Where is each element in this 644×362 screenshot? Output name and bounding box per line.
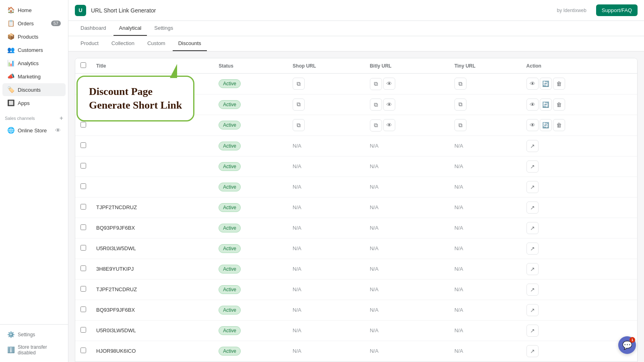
view-btn-1[interactable]: 👁 xyxy=(526,99,539,111)
sidebar-item-products[interactable]: 📦 Products xyxy=(2,30,66,43)
shop-url-na-10: N/A xyxy=(293,286,301,292)
select-all-checkbox[interactable] xyxy=(80,62,86,68)
sidebar-nav: 🏠 Home 📋 Orders 57 📦 Products 👥 Customer… xyxy=(0,0,68,324)
action-cell-8: ↗ xyxy=(522,238,637,259)
action-cell-6: ↗ xyxy=(522,197,637,218)
status-badge-13: Active xyxy=(219,347,241,356)
tiny-url-cell-6: N/A xyxy=(450,197,522,218)
sidebar-item-orders[interactable]: 📋 Orders 57 xyxy=(2,17,66,30)
table-row: BQ93PF9JF6BX Active N/A N/A N/A ↗ xyxy=(75,300,637,320)
sidebar-item-home[interactable]: 🏠 Home xyxy=(2,4,66,16)
row-checkbox-3[interactable] xyxy=(80,142,86,148)
row-checkbox-8[interactable] xyxy=(80,245,86,251)
content-tab-custom[interactable]: Custom xyxy=(142,36,171,51)
analytics-icon: 📊 xyxy=(7,60,14,67)
content-tab-collection[interactable]: Collection xyxy=(106,36,140,51)
status-badge-12: Active xyxy=(219,326,241,335)
bitly-url-na-13: N/A xyxy=(370,348,379,354)
row-checkbox-1[interactable] xyxy=(80,101,86,107)
external-btn-6[interactable]: ↗ xyxy=(526,202,539,214)
row-checkbox-6[interactable] xyxy=(80,204,86,210)
nav-tab-dashboard[interactable]: Dashboard xyxy=(75,21,112,36)
sidebar-bottom-store-transfer[interactable]: ℹ️ Store transfer disabled xyxy=(2,341,66,358)
refresh-btn-2[interactable]: 🔄 xyxy=(540,119,552,131)
external-btn-7[interactable]: ↗ xyxy=(526,222,539,234)
row-checkbox-12[interactable] xyxy=(80,327,86,333)
tiny-url-na-10: N/A xyxy=(454,286,463,292)
action-cell-7: ↗ xyxy=(522,218,637,238)
row-checkbox-0[interactable] xyxy=(80,80,86,86)
content-tab-product[interactable]: Product xyxy=(75,36,104,51)
row-checkbox-13[interactable] xyxy=(80,348,86,353)
refresh-btn-0[interactable]: 🔄 xyxy=(540,78,552,90)
external-btn-12[interactable]: ↗ xyxy=(526,325,539,337)
tiny-url-na-13: N/A xyxy=(454,348,463,354)
add-sales-channel-icon[interactable]: + xyxy=(60,115,63,122)
row-checkbox-4[interactable] xyxy=(80,163,86,169)
copy-shop-btn-2[interactable]: ⧉ xyxy=(293,119,305,131)
nav-tab-analytical[interactable]: Analytical xyxy=(114,21,147,36)
row-title-4 xyxy=(91,156,214,177)
sidebar-item-analytics[interactable]: 📊 Analytics xyxy=(2,57,66,70)
sidebar-bottom-settings[interactable]: ⚙️ Settings xyxy=(2,328,66,341)
copy-bitly-btn-1[interactable]: ⧉ xyxy=(370,99,382,111)
action-cell-5: ↗ xyxy=(522,177,637,197)
bitly-url-cell-11: N/A xyxy=(365,300,450,320)
row-checkbox-11[interactable] xyxy=(80,306,86,312)
external-btn-10[interactable]: ↗ xyxy=(526,284,539,296)
status-badge-2: Active xyxy=(219,121,241,130)
view-bitly-btn-1[interactable]: 👁 xyxy=(383,99,395,111)
sidebar-channel-online-store[interactable]: 🌐 Online Store 👁 xyxy=(2,124,66,137)
copy-bitly-btn-2[interactable]: ⧉ xyxy=(370,119,382,132)
tiny-url-cell-1: ⧉ xyxy=(450,94,522,115)
delete-btn-0[interactable]: 🗑 xyxy=(553,78,565,90)
row-checkbox-2[interactable] xyxy=(80,122,86,128)
view-bitly-btn-2[interactable]: 👁 xyxy=(383,119,395,131)
nav-tab-settings[interactable]: Settings xyxy=(149,21,179,36)
tiny-url-na-9: N/A xyxy=(454,266,463,272)
view-btn-0[interactable]: 👁 xyxy=(526,78,539,90)
external-btn-11[interactable]: ↗ xyxy=(526,304,539,316)
bitly-url-cell-13: N/A xyxy=(365,341,450,361)
sidebar-item-marketing[interactable]: 📣 Marketing xyxy=(2,70,66,83)
shop-url-na-7: N/A xyxy=(293,225,301,231)
chat-button[interactable]: 💬 1 xyxy=(618,336,636,354)
copy-tiny-btn-1[interactable]: ⧉ xyxy=(454,99,466,111)
external-btn-13[interactable]: ↗ xyxy=(526,345,539,357)
sidebar-item-discounts[interactable]: 🏷️ Discounts xyxy=(2,83,66,96)
copy-tiny-btn-0[interactable]: ⧉ xyxy=(454,78,466,90)
chat-notification-badge: 1 xyxy=(630,337,635,343)
copy-shop-btn-0[interactable]: ⧉ xyxy=(293,78,305,90)
bottom-label-store-transfer: Store transfer disabled xyxy=(18,344,61,356)
bitly-url-cell-4: N/A xyxy=(365,156,450,177)
copy-tiny-btn-2[interactable]: ⧉ xyxy=(454,119,466,131)
copy-shop-btn-1[interactable]: ⧉ xyxy=(293,99,305,111)
row-checkbox-5[interactable] xyxy=(80,183,86,189)
sidebar-label-marketing: Marketing xyxy=(18,74,41,80)
row-checkbox-9[interactable] xyxy=(80,265,86,271)
home-icon: 🏠 xyxy=(7,6,14,14)
content-tab-discounts[interactable]: Discounts xyxy=(173,36,207,51)
row-checkbox-7[interactable] xyxy=(80,224,86,230)
external-btn-3[interactable]: ↗ xyxy=(526,140,539,152)
support-faq-button[interactable]: Support/FAQ xyxy=(596,4,638,16)
row-checkbox-10[interactable] xyxy=(80,286,86,292)
copy-bitly-btn-0[interactable]: ⧉ xyxy=(370,78,382,90)
status-badge-6: Active xyxy=(219,203,241,212)
settings-bottom-icon: ⚙️ xyxy=(7,331,14,338)
external-btn-4[interactable]: ↗ xyxy=(526,160,539,173)
view-btn-2[interactable]: 👁 xyxy=(526,119,539,131)
external-btn-9[interactable]: ↗ xyxy=(526,263,539,275)
external-btn-5[interactable]: ↗ xyxy=(526,181,539,193)
external-btn-8[interactable]: ↗ xyxy=(526,243,539,255)
refresh-btn-1[interactable]: 🔄 xyxy=(540,99,552,111)
shop-url-cell-10: N/A xyxy=(288,279,365,300)
delete-btn-2[interactable]: 🗑 xyxy=(553,119,565,131)
bitly-url-cell-8: N/A xyxy=(365,238,450,259)
view-bitly-btn-0[interactable]: 👁 xyxy=(383,78,395,90)
sidebar-item-apps[interactable]: 🔲 Apps xyxy=(2,97,66,109)
delete-btn-1[interactable]: 🗑 xyxy=(553,99,565,111)
store-transfer-bottom-icon: ℹ️ xyxy=(7,346,14,354)
sidebar-item-customers[interactable]: 👥 Customers xyxy=(2,43,66,56)
table-row: S5R8R9MTRXFD Active ⧉ ⧉👁 ⧉ 👁 🔄 🗑 xyxy=(75,94,637,115)
